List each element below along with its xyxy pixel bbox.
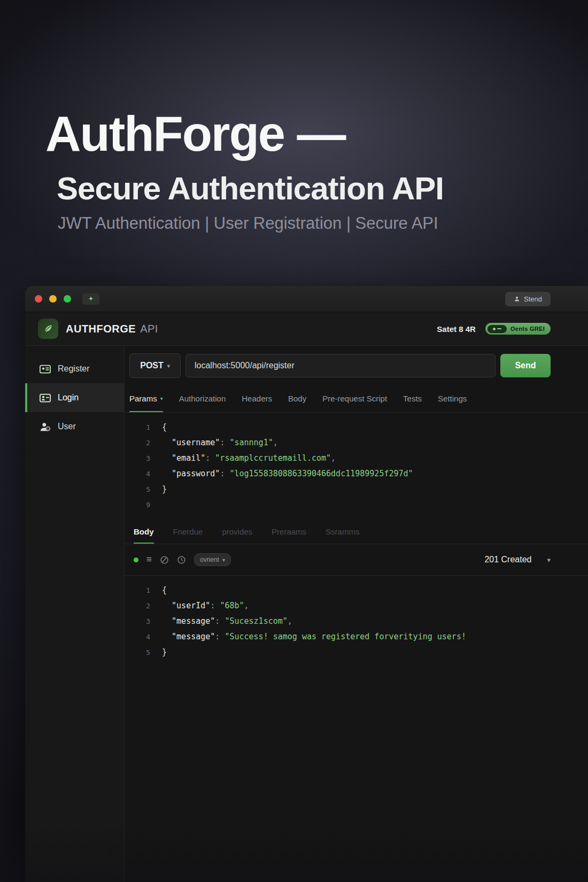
line-number: 2 bbox=[125, 435, 162, 451]
code-token: : bbox=[220, 438, 229, 447]
header-status-text: Satet 8 4R bbox=[437, 324, 476, 334]
status-badge: Oents GREI bbox=[485, 323, 551, 335]
window-body: Register Login 1 bbox=[25, 346, 588, 882]
response-tab-settings[interactable]: Ssramms bbox=[326, 519, 359, 544]
sidebar-item-user[interactable]: 1 User bbox=[25, 412, 124, 441]
code-token: : bbox=[215, 616, 225, 626]
tab-params[interactable]: Params ▾ bbox=[129, 384, 163, 412]
register-icon bbox=[40, 365, 51, 374]
code-token bbox=[162, 438, 172, 447]
sidebar-item-label: Login bbox=[58, 393, 79, 403]
code-line: 3 "email": "rsaamplccrutemaill.com", bbox=[125, 451, 588, 466]
code-text: "password": "log15583808863390466ddc1198… bbox=[162, 466, 413, 482]
code-token bbox=[162, 469, 172, 478]
tab-body[interactable]: Body bbox=[288, 384, 306, 412]
code-line: 1{ bbox=[125, 583, 588, 598]
sidebar-item-register[interactable]: Register bbox=[25, 354, 124, 383]
block-icon[interactable] bbox=[160, 555, 169, 564]
header-right: Satet 8 4R Oents GREI bbox=[437, 323, 551, 335]
method-dropdown[interactable]: POST ▾ bbox=[129, 353, 181, 378]
tab-label: Body bbox=[288, 394, 306, 403]
code-line: 1{ bbox=[125, 420, 588, 435]
badge-dot-icon bbox=[493, 328, 496, 330]
user-badge-icon: 1 bbox=[40, 422, 51, 432]
code-token: , bbox=[288, 616, 292, 626]
menu-icon[interactable]: ≡ bbox=[146, 554, 152, 565]
page: AuthForge — Secure Authentication API JW… bbox=[0, 0, 588, 882]
code-text: "message": "Sucesz1scom", bbox=[162, 614, 292, 629]
tab-pre-request-script[interactable]: Pre-request Script bbox=[322, 384, 387, 412]
tab-label: Authorization bbox=[179, 394, 226, 403]
close-window-button[interactable] bbox=[35, 295, 42, 303]
line-number: 3 bbox=[125, 451, 162, 466]
main-panel: POST ▾ Send Params ▾ Authorization Heade… bbox=[125, 346, 588, 882]
code-line: 3 "message": "Sucesz1scom", bbox=[125, 614, 588, 629]
titlebar-send-label: Stend bbox=[524, 295, 542, 303]
user-icon bbox=[514, 296, 520, 302]
code-line: 2 "userId": "68b", bbox=[125, 598, 588, 614]
code-token bbox=[162, 601, 172, 610]
method-label: POST bbox=[140, 361, 164, 370]
response-body-editor: 1{2 "userId": "68b",3 "message": "Sucesz… bbox=[125, 576, 588, 664]
tab-headers[interactable]: Headers bbox=[242, 384, 272, 412]
code-token bbox=[162, 632, 172, 641]
badge-label: Oents GREI bbox=[510, 326, 545, 332]
response-tab-cookies[interactable]: Fnerdue bbox=[173, 519, 203, 544]
tab-tests[interactable]: Tests bbox=[403, 384, 422, 412]
history-icon[interactable] bbox=[177, 555, 186, 564]
request-tabs: Params ▾ Authorization Headers Body Pre-… bbox=[125, 384, 588, 413]
code-line: 4 "message": "Success! samog was registe… bbox=[125, 629, 588, 645]
sidebar-item-label: User bbox=[58, 422, 76, 431]
code-token: } bbox=[162, 484, 167, 494]
code-token: { bbox=[162, 422, 167, 432]
code-token: "68b" bbox=[220, 601, 244, 610]
svg-text:1: 1 bbox=[47, 427, 49, 430]
tab-label: Tests bbox=[403, 394, 422, 403]
line-number: 5 bbox=[125, 645, 162, 660]
send-button[interactable]: Send bbox=[500, 354, 551, 377]
hero-subtitle: JWT Authentication | User Registration |… bbox=[58, 214, 438, 233]
code-token: , bbox=[331, 453, 336, 463]
code-text: { bbox=[162, 583, 167, 598]
line-number: 3 bbox=[125, 614, 162, 629]
sidebar-item-label: Register bbox=[58, 364, 90, 374]
brand-name: AUTHFORGE bbox=[66, 323, 136, 335]
authforge-logo bbox=[38, 319, 58, 339]
chevron-down-icon: ▾ bbox=[222, 557, 225, 563]
api-client-window: ✦ Stend AUTHFORGEAPI Satet 8 4R bbox=[25, 286, 588, 882]
code-token: : bbox=[215, 632, 225, 641]
login-icon bbox=[40, 393, 51, 403]
collapse-response-icon[interactable]: ▾ bbox=[547, 556, 551, 564]
code-text: "message": "Success! samog was registere… bbox=[162, 629, 466, 645]
code-text: "username": "sannng1", bbox=[162, 435, 278, 451]
tab-settings[interactable]: Settings bbox=[438, 384, 467, 412]
code-token: "message" bbox=[172, 632, 215, 641]
request-body-editor[interactable]: 1{2 "username": "sannng1",3 "email": "rs… bbox=[125, 413, 588, 517]
tab-label: Settings bbox=[438, 394, 467, 403]
line-number: 2 bbox=[125, 598, 162, 614]
code-token: , bbox=[273, 438, 278, 447]
tab-authorization[interactable]: Authorization bbox=[179, 384, 226, 412]
minimize-window-button[interactable] bbox=[49, 295, 57, 303]
code-token: "rsaamplccrutemaill.com" bbox=[215, 453, 331, 463]
window-titlebar: ✦ Stend bbox=[25, 286, 588, 312]
sidebar-item-login[interactable]: Login bbox=[25, 383, 124, 412]
leaf-icon bbox=[43, 323, 53, 334]
code-token: { bbox=[162, 585, 167, 595]
line-number: 4 bbox=[125, 629, 162, 645]
code-token: "sannng1" bbox=[229, 438, 273, 447]
titlebar-send-chip[interactable]: Stend bbox=[505, 292, 551, 306]
request-bar: POST ▾ Send bbox=[125, 346, 588, 383]
brand-suffix: API bbox=[140, 323, 158, 335]
client-dropdown[interactable]: ovrient ▾ bbox=[194, 553, 231, 566]
response-tab-body[interactable]: Body bbox=[134, 519, 154, 544]
response-tab-results[interactable]: Preraams bbox=[272, 519, 306, 544]
sparkle-icon: ✦ bbox=[82, 293, 99, 305]
url-input[interactable] bbox=[185, 354, 496, 377]
response-status: 201 Created bbox=[484, 555, 531, 564]
line-number: 9 bbox=[125, 497, 162, 513]
maximize-window-button[interactable] bbox=[64, 295, 71, 303]
code-token: "userId" bbox=[172, 601, 210, 610]
code-text: } bbox=[162, 645, 167, 660]
response-tab-headers[interactable]: provides bbox=[222, 519, 252, 544]
